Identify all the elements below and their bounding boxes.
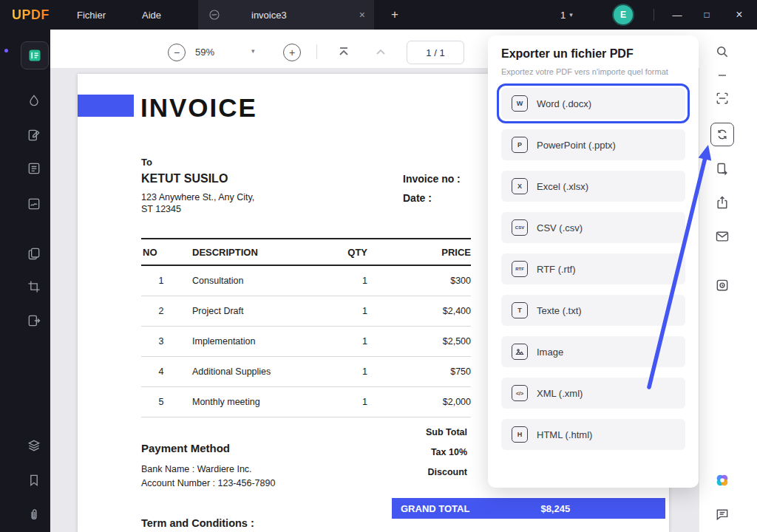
ocr-icon[interactable] [712,88,733,109]
comment-tool-icon[interactable] [21,155,47,182]
reader-tool-icon[interactable] [21,41,49,69]
invoice-title: INVOICE [140,93,257,123]
cell-price: $2,500 [367,336,471,347]
table-row: 4 Additional Supplies 1 $750 [141,357,471,387]
table-row: 1 Consultation 1 $300 [141,266,471,296]
menu-fichier[interactable]: Fichier [77,0,106,30]
invoice-table-header: NO DESCRIPTION QTY PRICE [141,238,471,266]
edit-tool-icon[interactable] [21,122,47,149]
cell-qty: 1 [322,366,367,377]
export-convert-icon[interactable] [710,123,734,146]
crop-tool-icon[interactable] [21,273,47,300]
payment-method-label: Payment Method [141,442,230,454]
invoice-address-line2: ST 12345 [141,204,181,214]
export-format-text[interactable]: T Texte (.txt) [501,295,685,326]
share-icon[interactable] [712,192,733,213]
bookmark-panel-icon[interactable] [21,467,47,494]
invoice-date-label: Date : [403,192,432,204]
export-format-label: PowerPoint (.pptx) [537,140,616,151]
export-format-excel[interactable]: X Excel (.xlsx) [501,171,685,202]
invoice-to-label: To [141,157,152,168]
search-icon[interactable] [712,41,733,62]
export-format-word[interactable]: W Word (.docx) [501,88,685,119]
cell-no: 2 [141,306,181,316]
export-panel: Exporter un fichier PDF Exportez votre P… [488,35,699,488]
export-format-label: Texte (.txt) [537,305,582,316]
zoom-out-button[interactable]: − [168,44,186,61]
tab-pen-icon [208,9,220,21]
collapse-toolbar-icon[interactable] [374,45,387,61]
titlebar-separator [654,9,654,21]
cell-description: Consultation [181,276,322,286]
maximize-button[interactable]: □ [693,0,720,30]
cell-description: Additional Supplies [181,366,322,377]
chat-icon[interactable] [712,504,733,525]
toolbar-separator [316,44,317,59]
scroll-to-top-icon[interactable] [337,45,350,61]
archive-box-icon[interactable] [712,275,733,296]
csv-file-icon: CSV [512,219,528,236]
tab-close-icon[interactable]: × [359,9,365,21]
export-format-label: Image [537,347,563,358]
tab-title: invoice3 [251,10,287,21]
cell-no: 3 [141,336,181,347]
invoice-recipient: KETUT SUSILO [141,172,228,185]
zoom-in-button[interactable]: + [283,44,301,61]
zoom-level[interactable]: 59% [195,47,214,58]
tab-count-value: 1 [560,10,566,21]
mail-icon[interactable] [712,226,733,247]
zoom-dropdown-caret-icon[interactable]: ▾ [251,47,255,55]
grand-total-value: $8,245 [540,503,570,514]
document-tab[interactable]: invoice3 × [198,0,374,30]
discount-label: Discount [359,467,467,477]
updf-logo: UPDF [12,0,50,30]
cell-description: Project Draft [181,306,322,316]
tab-count-dropdown[interactable]: 1 ▾ [560,0,573,30]
export-format-xml[interactable]: </> XML (.xml) [501,378,685,409]
page-extract-icon[interactable] [712,159,733,180]
word-file-icon: W [512,95,528,112]
invoice-address-line1: 123 Anywhere St., Any City, [141,192,254,202]
updf-ai-icon[interactable] [712,470,733,491]
sign-tool-icon[interactable] [21,191,47,217]
close-button[interactable]: × [724,0,754,30]
minimize-button[interactable]: — [664,0,690,30]
cell-price: $2,000 [367,397,471,407]
invoice-table: NO DESCRIPTION QTY PRICE 1 Consultation … [141,238,471,417]
collapse-dash-icon[interactable] [712,65,733,86]
text-file-icon: T [512,302,528,318]
left-tool-rail [0,30,50,532]
export-format-label: Word (.docx) [537,98,591,109]
layers-panel-icon[interactable] [21,432,47,459]
notification-dot [4,49,8,52]
invoice-number-label: Invoice no : [403,173,461,185]
updf-app-window: UPDF Fichier Aide invoice3 × + 1 ▾ E — □… [0,0,757,532]
avatar[interactable]: E [614,5,633,24]
rtf-file-icon: RTF [512,261,528,277]
export-format-image[interactable]: Image [501,336,685,367]
export-format-rtf[interactable]: RTF RTF (.rtf) [501,253,685,284]
cell-price: $300 [367,276,471,286]
export-panel-title: Exporter un fichier PDF [501,47,685,61]
export-format-csv[interactable]: CSV CSV (.csv) [501,212,685,243]
title-bar: UPDF Fichier Aide invoice3 × + 1 ▾ E — □… [0,0,757,30]
export-format-html[interactable]: H HTML (.html) [501,419,685,450]
extract-tool-icon[interactable] [21,307,47,334]
new-tab-button[interactable]: + [384,0,405,30]
page-indicator[interactable]: 1 / 1 [407,41,464,64]
cell-no: 1 [141,276,181,286]
menu-aide[interactable]: Aide [142,0,161,30]
cell-qty: 1 [322,336,367,347]
col-header-price: PRICE [367,247,471,258]
export-format-label: Excel (.xlsx) [537,181,588,192]
pages-tool-icon[interactable] [21,240,47,267]
tax-label: Tax 10% [359,447,467,457]
attachment-panel-icon[interactable] [21,502,47,528]
annotate-tool-icon[interactable] [21,87,47,114]
export-format-label: HTML (.html) [537,429,592,440]
export-format-powerpoint[interactable]: P PowerPoint (.pptx) [501,129,685,160]
cell-price: $750 [367,366,471,377]
cell-qty: 1 [322,397,367,407]
powerpoint-file-icon: P [512,137,528,153]
col-header-description: DESCRIPTION [181,247,322,258]
